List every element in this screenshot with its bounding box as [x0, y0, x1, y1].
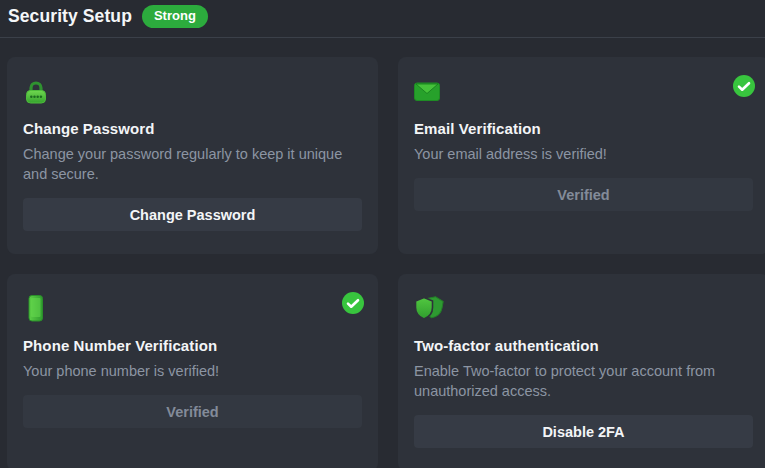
- card-phone-verification: Phone Number Verification Your phone num…: [7, 274, 378, 468]
- card-title: Two-factor authentication: [414, 337, 753, 354]
- security-strength-badge: Strong: [142, 5, 208, 28]
- shield-icon: [414, 295, 444, 322]
- verified-check-icon: [342, 292, 364, 314]
- disable-2fa-button[interactable]: Disable 2FA: [414, 415, 753, 448]
- security-cards-grid: Change Password Change your password reg…: [7, 57, 765, 468]
- card-title: Email Verification: [414, 120, 753, 137]
- card-title: Change Password: [23, 120, 362, 137]
- verified-check-icon: [733, 75, 755, 97]
- lock-icon: [23, 78, 49, 105]
- card-description: Enable Two-factor to protect your accoun…: [414, 361, 753, 401]
- security-setup-header: Security Setup Strong: [0, 0, 765, 28]
- card-description: Your phone number is verified!: [23, 361, 362, 381]
- card-email-verification: Email Verification Your email address is…: [398, 57, 765, 254]
- card-description: Your email address is verified!: [414, 144, 753, 164]
- email-verified-button: Verified: [414, 178, 753, 211]
- envelope-icon: [414, 78, 440, 105]
- phone-icon: [23, 295, 49, 322]
- page-title: Security Setup: [8, 6, 132, 27]
- phone-verified-button: Verified: [23, 395, 362, 428]
- card-two-factor: Two-factor authentication Enable Two-fac…: [398, 274, 765, 468]
- card-title: Phone Number Verification: [23, 337, 362, 354]
- card-change-password: Change Password Change your password reg…: [7, 57, 378, 254]
- card-description: Change your password regularly to keep i…: [23, 144, 362, 184]
- header-divider: [0, 37, 765, 38]
- change-password-button[interactable]: Change Password: [23, 198, 362, 231]
